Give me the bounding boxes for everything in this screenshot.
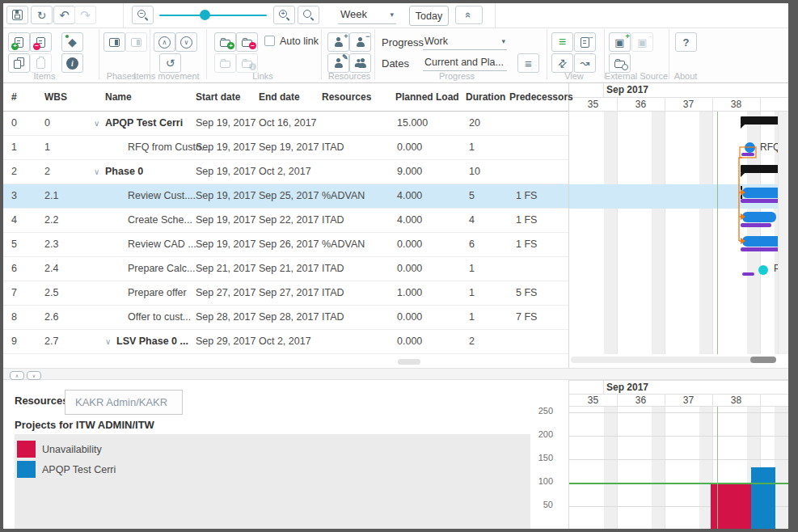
expand-caret-icon[interactable]: ∨ (94, 160, 99, 184)
capacity-line (569, 483, 789, 484)
col-header-name[interactable]: Name (105, 83, 132, 111)
cell-predecessors: 1 FS (516, 209, 537, 232)
cell-wbs: 2.7 (44, 330, 58, 353)
resource-team-button[interactable] (349, 53, 371, 73)
weekend-band (652, 407, 665, 530)
today-button[interactable]: Today (409, 6, 449, 26)
col-header-predecessors[interactable]: Predecessors (509, 83, 573, 111)
paste-item-button[interactable] (30, 53, 52, 73)
col-header-planned-load[interactable]: Planned Load (395, 83, 459, 111)
cell-name: Review CAD ... (128, 233, 196, 256)
phase-indent-button[interactable] (103, 32, 125, 52)
dates-select[interactable]: Current and Pla...▾ (423, 55, 507, 71)
cell-resources: ITAD (322, 209, 344, 232)
cell-duration: 1 (469, 281, 475, 305)
cell-planned-load: 0.000 (397, 233, 422, 256)
table-row[interactable]: 42.2Create Sche...Sep 19, 2017Sep 22, 20… (0, 209, 568, 233)
add-link-button[interactable]: + (214, 32, 236, 52)
cell-start-date: Sep 21, 2017 (196, 257, 255, 281)
auto-link-checkbox[interactable] (264, 36, 275, 46)
cell-name: LSV Phase 0 ... (116, 330, 188, 353)
zoom-out-button[interactable]: − (132, 6, 154, 24)
expand-caret-icon[interactable]: ∨ (94, 112, 99, 135)
table-row[interactable]: 52.3Review CAD ...Sep 19, 2017Sep 26, 20… (0, 233, 568, 257)
gantt-hscroll-track[interactable] (571, 357, 775, 363)
col-header-duration[interactable]: Duration (466, 83, 505, 111)
col-header-start-date[interactable]: Start date (196, 83, 240, 111)
cell-start-date: Sep 28, 2017 (196, 306, 255, 329)
collapse-down-button[interactable]: ∨ (27, 371, 41, 380)
projects-title: Projects for ITW ADMIN/ITW (15, 419, 154, 431)
refresh-button[interactable]: ↻ (31, 6, 53, 24)
cell-end-date: Oct 16, 2017 (259, 112, 317, 135)
col-header--[interactable]: # (11, 83, 17, 111)
histogram-week-label: 35 (569, 395, 617, 407)
gantt-milestone[interactable] (745, 142, 755, 153)
erase-item-button[interactable]: ◆ (61, 32, 83, 52)
y-gridline (569, 412, 789, 413)
timescale-select[interactable]: Week ▾ (338, 6, 396, 24)
ext-remove-button[interactable]: ▣− (631, 32, 653, 52)
zoom-reset-button[interactable] (298, 6, 319, 24)
undo-button[interactable]: ↶ (53, 6, 75, 24)
table-row[interactable]: 72.5Prepare offerSep 27, 2017Sep 27, 201… (0, 281, 568, 306)
copy-item-button[interactable] (8, 53, 30, 73)
add-item-button[interactable]: + (8, 32, 30, 52)
item-info-button[interactable]: i (61, 53, 83, 73)
assign-resource-button[interactable]: + (327, 32, 349, 52)
gantt-vscroll-track[interactable] (778, 112, 789, 354)
gantt-hscroll-thumb[interactable] (750, 357, 776, 363)
table-row[interactable]: 00∨APQP Test CerriSep 19, 2017Oct 16, 20… (0, 112, 568, 136)
ext-add-button[interactable]: ▣+ (609, 32, 631, 52)
remove-item-button[interactable]: − (30, 32, 52, 52)
remove-link-button[interactable]: − (236, 32, 258, 52)
ribbon-field-label: Dates (382, 58, 409, 70)
save-button[interactable] (6, 6, 28, 24)
move-down-button[interactable]: ∨ (175, 32, 197, 52)
phase-outdent-button[interactable] (125, 32, 147, 52)
gantt-task-bar[interactable] (742, 212, 776, 222)
group-divider (547, 29, 547, 79)
ext-link-button[interactable] (609, 53, 631, 73)
zoom-slider-handle[interactable] (200, 10, 210, 20)
zoom-in-button[interactable]: + (273, 6, 295, 24)
redo-button[interactable]: ↷ (74, 6, 96, 24)
link-curve-button[interactable]: ↝ (574, 53, 596, 73)
resources-input[interactable]: KAKR Admin/KAKR (65, 390, 183, 415)
chart-legend: UnavailabilityAPQP Test Cerri (15, 434, 530, 529)
table-row[interactable]: 92.7∨LSV Phase 0 ...Sep 29, 2017Oct 2, 2… (0, 330, 568, 354)
table-hscroll-thumb[interactable] (398, 359, 420, 365)
expand-caret-icon[interactable]: ∨ (105, 330, 111, 353)
undo-move-button[interactable]: ↺ (159, 53, 181, 73)
cell-name: Create Sche... (128, 209, 192, 232)
progress-lines-button[interactable]: ≡ (517, 53, 539, 73)
y-axis-tick-label: 50 (526, 500, 553, 509)
export-file-button[interactable]: → (574, 32, 596, 52)
table-row[interactable]: 62.4Prepare Calc...Sep 21, 2017Sep 21, 2… (0, 257, 568, 281)
progress-select[interactable]: Work▾ (423, 34, 507, 50)
zoom-slider-track[interactable] (159, 15, 267, 16)
table-row[interactable]: 22∨Phase 0Sep 19, 2017Oct 2, 20179.00010 (0, 160, 568, 184)
table-row[interactable]: 11RFQ from Custo...Sep 19, 2017Sep 19, 2… (0, 136, 568, 160)
move-up-button[interactable]: ∧ (154, 32, 175, 52)
col-header-resources[interactable]: Resources (322, 83, 371, 111)
edit-assignment-button[interactable]: ✎ (327, 53, 349, 73)
view-progress-lines-button[interactable]: ≡ (551, 32, 573, 52)
cell-number: 8 (11, 306, 17, 329)
resources-input-value: KAKR Admin/KAKR (65, 396, 167, 408)
help-button[interactable]: ? (675, 32, 697, 52)
cell-planned-load: 4.000 (397, 184, 422, 208)
col-header-end-date[interactable]: End date (259, 83, 300, 111)
table-row[interactable]: 82.6Offer to cust...Sep 28, 2017Sep 28, … (0, 306, 568, 330)
collapse-up-button[interactable]: ∧ (10, 371, 24, 380)
gantt-month-label: Sep 2017 (606, 84, 648, 96)
panel-splitter[interactable]: ∧ ∨ (0, 368, 788, 380)
link-info-button[interactable]: i (236, 53, 258, 73)
link-type-button[interactable] (214, 53, 236, 73)
collapse-ribbon-button[interactable]: « (455, 6, 483, 24)
cell-number: 1 (11, 136, 17, 159)
col-header-wbs[interactable]: WBS (44, 83, 67, 111)
table-row[interactable]: 32.1Review Cust....Sep 19, 2017Sep 25, 2… (0, 184, 568, 209)
unassign-resource-button[interactable]: − (349, 32, 371, 52)
split-task-button[interactable]: ⇄ (551, 53, 573, 73)
